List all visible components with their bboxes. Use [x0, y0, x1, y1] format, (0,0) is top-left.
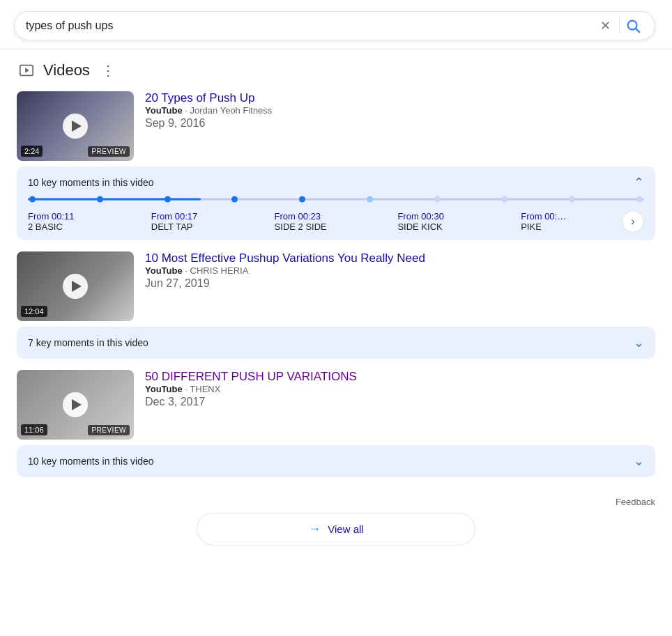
dot-4 — [231, 196, 238, 203]
timeline-container-1: From 00:11 2 BASIC From 00:17 DELT TAP F… — [28, 197, 644, 232]
arrow-icon: → — [308, 522, 321, 536]
key-moments-label-2: 7 key moments in this video — [28, 337, 148, 348]
dot-7 — [434, 196, 441, 203]
video-date-2: Jun 27, 2019 — [145, 277, 655, 290]
video-title-3[interactable]: 50 DIFFERENT PUSH UP VARIATIONS — [145, 370, 357, 383]
dot-positions — [28, 196, 644, 203]
video-title-1[interactable]: 20 Types of Push Up — [145, 91, 255, 104]
svg-marker-3 — [25, 68, 29, 72]
key-moments-label-1: 10 key moments in this video — [28, 177, 154, 188]
moment-time-1: From 00:17 — [151, 211, 269, 222]
moments-outer: From 00:11 2 BASIC From 00:17 DELT TAP F… — [28, 211, 644, 232]
dot-10 — [636, 196, 643, 203]
video-main-row-2: 12:04 10 Most Effective Pushup Variation… — [17, 251, 655, 321]
key-moments-box-2: 7 key moments in this video ⌄ — [17, 327, 655, 359]
chevron-up-icon: ⌃ — [634, 175, 644, 190]
moment-label-2: SIDE 2 SIDE — [275, 222, 392, 232]
video-main-row-3: 11:06 PREVIEW 50 DIFFERENT PUSH UP VARIA… — [17, 370, 655, 440]
video-duration-1: 2:24 — [21, 146, 43, 157]
play-button-2[interactable] — [63, 274, 88, 299]
key-moments-label-3: 10 key moments in this video — [28, 456, 154, 467]
search-divider — [619, 17, 620, 34]
dot-5 — [299, 196, 305, 203]
search-bar: types of push ups ✕ — [14, 11, 655, 40]
search-icon — [625, 18, 641, 33]
moment-item-1[interactable]: From 00:17 DELT TAP — [151, 211, 275, 232]
moment-label-3: SIDE KICK — [397, 222, 515, 232]
video-source-3: YouTube — [145, 384, 183, 394]
play-icon-3 — [72, 399, 82, 410]
view-all-button[interactable]: → View all — [197, 513, 475, 545]
moment-time-3: From 00:30 — [397, 211, 515, 222]
view-all-btn-wrapper: → View all — [17, 513, 655, 545]
video-main-row-1: 2:24 PREVIEW 20 Types of Push Up YouTube… — [17, 91, 655, 161]
section-header: Videos ⋮ — [17, 61, 655, 80]
search-clear-button[interactable]: ✕ — [595, 20, 616, 32]
dot-3 — [165, 196, 171, 203]
moment-time-0: From 00:11 — [28, 211, 146, 222]
search-bar-wrapper: types of push ups ✕ — [0, 0, 672, 49]
play-icon-2 — [72, 281, 82, 292]
video-duration-3: 11:06 — [21, 424, 47, 435]
timeline-dots-row — [28, 197, 644, 201]
dot-9 — [569, 196, 575, 203]
section-more-button[interactable]: ⋮ — [97, 61, 119, 80]
moment-item-3[interactable]: From 00:30 SIDE KICK — [397, 211, 521, 232]
play-button-3[interactable] — [63, 392, 88, 417]
key-moments-box-1: 10 key moments in this video ⌃ — [17, 166, 655, 240]
moment-time-2: From 00:23 — [275, 211, 392, 222]
moment-time-4: From 00:… — [521, 211, 639, 222]
svg-line-1 — [636, 29, 639, 32]
play-button-1[interactable] — [63, 114, 88, 139]
search-button[interactable] — [623, 18, 643, 33]
view-all-label: View all — [328, 523, 363, 535]
moment-item-2[interactable]: From 00:23 SIDE 2 SIDE — [275, 211, 398, 232]
section-title: Videos — [43, 61, 90, 79]
view-all-section: Feedback → View all — [0, 488, 672, 559]
more-icon: ⋮ — [101, 63, 115, 77]
video-info-2: 10 Most Effective Pushup Variations You … — [145, 251, 655, 290]
video-info-3: 50 DIFFERENT PUSH UP VARIATIONS YouTube … — [145, 370, 655, 408]
video-card-1: 2:24 PREVIEW 20 Types of Push Up YouTube… — [17, 91, 655, 240]
key-moments-header-3[interactable]: 10 key moments in this video ⌄ — [28, 453, 644, 469]
dot-1 — [29, 196, 36, 203]
feedback-text[interactable]: Feedback — [616, 497, 655, 507]
play-icon-1 — [72, 121, 82, 132]
close-icon: ✕ — [600, 19, 611, 33]
dot-8 — [501, 196, 507, 203]
videos-section: Videos ⋮ 2:24 PREVIEW 20 Types of Push U… — [0, 49, 672, 477]
preview-badge-3: PREVIEW — [88, 425, 130, 435]
video-source-2: YouTube — [145, 265, 183, 276]
moment-label-1: DELT TAP — [151, 222, 269, 232]
key-moments-header-2[interactable]: 7 key moments in this video ⌄ — [28, 335, 644, 350]
video-date-3: Dec 3, 2017 — [145, 396, 655, 408]
video-duration-2: 12:04 — [21, 306, 47, 317]
video-meta-3: YouTube · THENX — [145, 384, 655, 394]
dot-2 — [97, 196, 103, 203]
video-thumbnail-1[interactable]: 2:24 PREVIEW — [17, 91, 134, 161]
video-meta-1: YouTube · Jordan Yeoh Fitness — [145, 105, 655, 116]
video-source-1: YouTube — [145, 105, 183, 116]
video-channel-3: · THENX — [185, 384, 220, 394]
video-card-2: 12:04 10 Most Effective Pushup Variation… — [17, 251, 655, 359]
video-meta-2: YouTube · CHRIS HERIA — [145, 265, 655, 276]
timeline-moments: From 00:11 2 BASIC From 00:17 DELT TAP F… — [28, 211, 644, 232]
moments-next-button[interactable]: › — [622, 211, 644, 232]
key-moments-header-1[interactable]: 10 key moments in this video ⌃ — [28, 175, 644, 190]
video-date-1: Sep 9, 2016 — [145, 117, 655, 130]
video-card-3: 11:06 PREVIEW 50 DIFFERENT PUSH UP VARIA… — [17, 370, 655, 477]
video-channel-1: · Jordan Yeoh Fitness — [185, 105, 272, 116]
chevron-down-icon-3: ⌄ — [634, 453, 644, 469]
key-moments-box-3: 10 key moments in this video ⌄ — [17, 445, 655, 477]
chevron-down-icon-2: ⌄ — [634, 335, 644, 350]
video-channel-2: · CHRIS HERIA — [185, 265, 248, 276]
search-input[interactable]: types of push ups — [26, 20, 595, 32]
moment-item-0[interactable]: From 00:11 2 BASIC — [28, 211, 151, 232]
video-title-2[interactable]: 10 Most Effective Pushup Variations You … — [145, 251, 425, 265]
video-thumbnail-2[interactable]: 12:04 — [17, 251, 134, 321]
moment-label-4: PIKE — [521, 222, 639, 232]
video-info-1: 20 Types of Push Up YouTube · Jordan Yeo… — [145, 91, 655, 130]
moment-label-0: 2 BASIC — [28, 222, 146, 232]
dot-6 — [367, 196, 373, 203]
video-thumbnail-3[interactable]: 11:06 PREVIEW — [17, 370, 134, 440]
